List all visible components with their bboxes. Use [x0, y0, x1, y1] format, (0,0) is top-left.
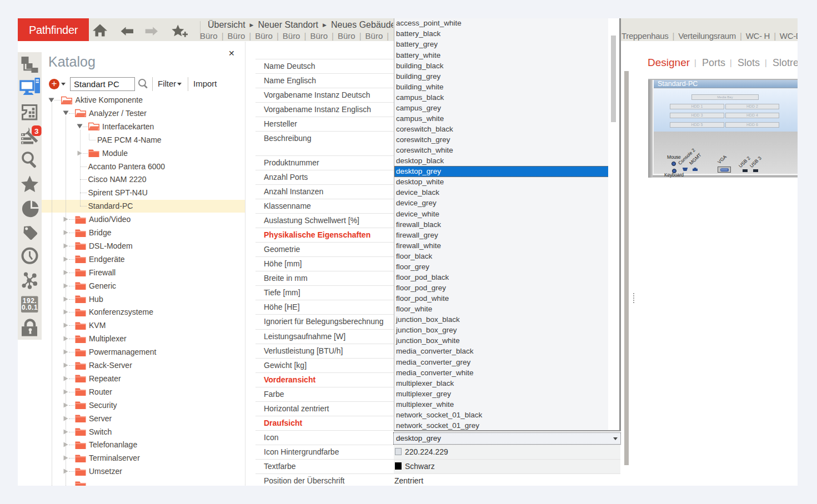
- svg-text:3: 3: [34, 127, 39, 135]
- svg-text:0.0.1: 0.0.1: [22, 304, 38, 311]
